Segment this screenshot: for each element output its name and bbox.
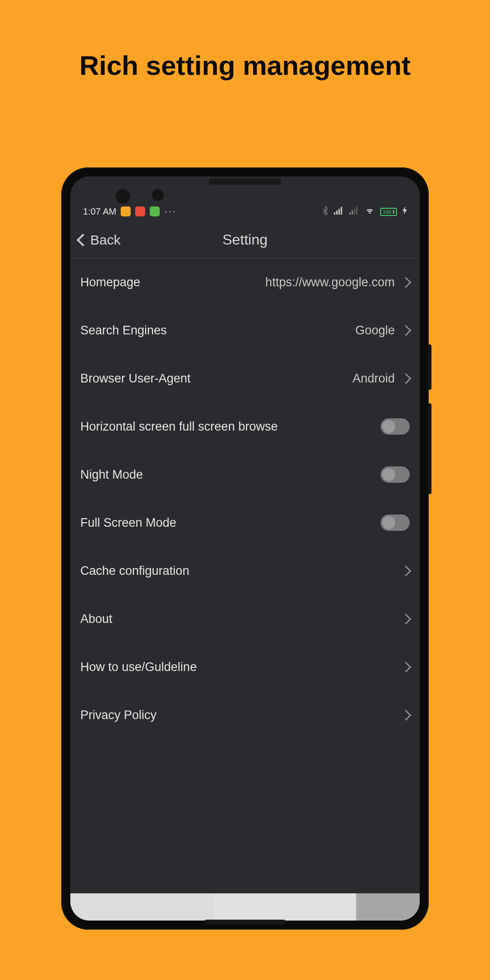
charging-icon xyxy=(402,206,407,217)
setting-label: Horizontal screen full screen browse xyxy=(80,420,278,434)
settings-list: Homepage https://www.google.com Search E… xyxy=(70,258,420,893)
setting-row-cache-config[interactable]: Cache configuration xyxy=(80,547,410,595)
signal-icon xyxy=(349,206,359,217)
svg-rect-6 xyxy=(354,209,355,215)
setting-label: Full Screen Mode xyxy=(80,516,176,530)
phone-power-button xyxy=(428,403,431,494)
phone-frame: 1:07 AM ··· 100 xyxy=(61,167,429,930)
setting-label: Privacy Policy xyxy=(80,708,157,722)
setting-label: Night Mode xyxy=(80,468,143,482)
svg-rect-0 xyxy=(334,212,335,215)
phone-earpiece xyxy=(209,178,281,185)
chevron-right-icon xyxy=(402,612,410,626)
battery-icon: 100 xyxy=(380,208,397,216)
setting-row-horizontal-full: Horizontal screen full screen browse xyxy=(80,402,410,451)
svg-rect-1 xyxy=(336,211,338,215)
setting-label: About xyxy=(80,612,113,626)
svg-rect-5 xyxy=(352,211,353,215)
toggle-full-screen[interactable] xyxy=(381,514,410,531)
bluetooth-icon xyxy=(322,206,328,217)
setting-row-night-mode: Night Mode xyxy=(80,451,410,499)
back-button[interactable]: Back xyxy=(78,232,121,248)
promo-headline: Rich setting management xyxy=(79,50,411,81)
signal-icon xyxy=(334,206,344,217)
chevron-right-icon xyxy=(402,660,410,674)
wifi-icon xyxy=(365,206,375,217)
setting-label: How to use/Guldeline xyxy=(80,660,197,674)
setting-label: Homepage xyxy=(80,275,140,289)
svg-rect-3 xyxy=(341,207,342,215)
setting-row-homepage[interactable]: Homepage https://www.google.com xyxy=(80,258,410,306)
bottom-tab[interactable] xyxy=(356,893,420,921)
setting-value: Google xyxy=(355,323,395,338)
chevron-right-icon xyxy=(402,564,410,578)
bottom-tab[interactable] xyxy=(213,893,356,921)
setting-label: Cache configuration xyxy=(80,564,189,578)
chevron-right-icon xyxy=(402,372,410,386)
bottom-bar xyxy=(70,893,420,921)
setting-value: Android xyxy=(353,372,395,386)
chevron-right-icon xyxy=(402,275,410,289)
status-time: 1:07 AM xyxy=(83,206,116,217)
svg-rect-7 xyxy=(356,207,358,215)
setting-row-search-engines[interactable]: Search Engines Google xyxy=(80,306,410,354)
setting-row-privacy[interactable]: Privacy Policy xyxy=(80,691,410,739)
phone-camera xyxy=(116,189,130,204)
setting-label: Search Engines xyxy=(80,323,167,338)
svg-rect-2 xyxy=(338,209,340,215)
svg-rect-4 xyxy=(349,212,351,215)
setting-row-full-screen: Full Screen Mode xyxy=(80,499,410,547)
chevron-right-icon xyxy=(402,323,410,338)
page-title: Setting xyxy=(222,231,268,248)
bottom-tab[interactable] xyxy=(70,893,213,921)
chevron-left-icon xyxy=(78,232,88,248)
phone-sensor xyxy=(152,189,164,201)
setting-row-user-agent[interactable]: Browser User-Agent Android xyxy=(80,354,410,402)
status-right: 100 xyxy=(322,206,407,217)
phone-volume-button xyxy=(428,344,431,390)
home-indicator xyxy=(204,920,286,924)
toggle-horizontal-full[interactable] xyxy=(381,418,410,435)
status-app-icon xyxy=(150,206,160,216)
setting-label: Browser User-Agent xyxy=(80,372,191,386)
back-label: Back xyxy=(90,232,121,248)
setting-row-guideline[interactable]: How to use/Guldeline xyxy=(80,643,410,691)
status-app-icon xyxy=(135,206,145,216)
nav-header: Back Setting xyxy=(70,222,420,258)
status-more-icon: ··· xyxy=(164,206,176,217)
setting-value: https://www.google.com xyxy=(265,275,395,289)
status-app-icon xyxy=(121,206,131,216)
chevron-right-icon xyxy=(402,708,410,722)
toggle-night-mode[interactable] xyxy=(381,466,410,483)
screen: 1:07 AM ··· 100 xyxy=(70,176,420,921)
status-left: 1:07 AM ··· xyxy=(83,206,177,217)
setting-row-about[interactable]: About xyxy=(80,595,410,643)
